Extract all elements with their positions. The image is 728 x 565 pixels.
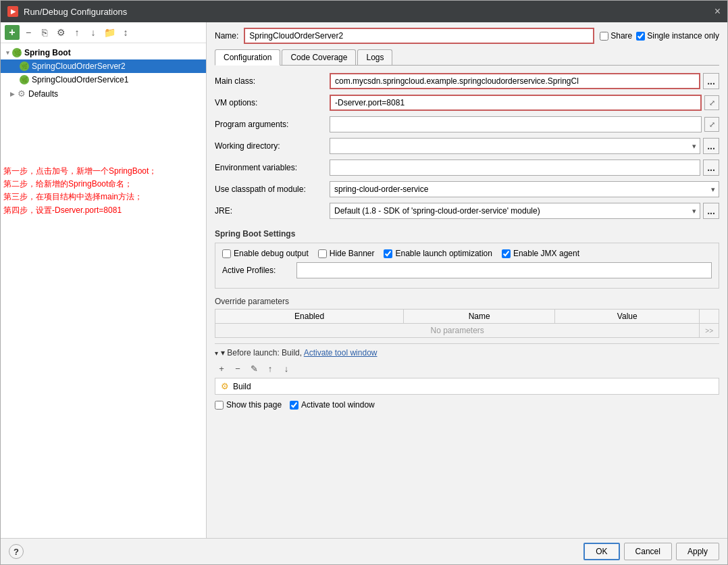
- tree-group-spring-boot[interactable]: ▾ 🌿 Spring Boot: [1, 46, 206, 59]
- annotation-line2: 第二步，给新增的SpringBoot命名；: [3, 178, 157, 191]
- config-label-1: SpringCloudOrderServer2: [32, 62, 126, 71]
- defaults-icon: ⚙: [18, 89, 26, 99]
- share-checkbox[interactable]: [600, 32, 608, 41]
- remove-button[interactable]: −: [21, 25, 36, 40]
- vm-options-expand-button[interactable]: ⤢: [704, 95, 719, 110]
- group-expand-icon: ▾: [6, 49, 9, 56]
- before-launch-edit-button[interactable]: ✎: [247, 362, 261, 375]
- enable-debug-checkbox[interactable]: [222, 249, 231, 258]
- jre-select-container: Default (1.8 - SDK of 'spring-cloud-orde…: [330, 203, 700, 219]
- env-vars-label: Environment variables:: [215, 163, 330, 172]
- share-label: Share: [610, 31, 632, 41]
- help-button[interactable]: ?: [9, 544, 24, 559]
- classpath-select[interactable]: spring-cloud-order-service: [330, 181, 719, 197]
- before-launch-down-button[interactable]: ↓: [280, 362, 293, 375]
- tree-item-order-service1[interactable]: 🌿 SpringCloudOrderService1: [1, 73, 206, 87]
- col-enabled: Enabled: [215, 310, 404, 324]
- folder-button[interactable]: 📁: [102, 25, 117, 40]
- tab-logs[interactable]: Logs: [357, 49, 392, 65]
- hide-banner-label[interactable]: Hide Banner: [318, 249, 375, 258]
- defaults-expand-icon: ▶: [10, 91, 15, 97]
- env-vars-row: Environment variables: ...: [215, 159, 719, 176]
- main-class-label: Main class:: [215, 76, 330, 86]
- tree-item-defaults[interactable]: ▶ ⚙ Defaults: [1, 87, 206, 101]
- move-down-button[interactable]: ↓: [86, 25, 101, 40]
- jre-select[interactable]: Default (1.8 - SDK of 'spring-cloud-orde…: [330, 203, 700, 219]
- show-page-text: Show this page: [226, 400, 282, 410]
- jre-row: JRE: Default (1.8 - SDK of 'spring-cloud…: [215, 202, 719, 220]
- share-checkbox-label[interactable]: Share: [600, 31, 632, 41]
- apply-button[interactable]: Apply: [676, 543, 719, 560]
- program-args-input[interactable]: [330, 116, 702, 132]
- params-table: Enabled Name Value No parameters >>: [215, 309, 719, 338]
- before-launch-label: ▾ Before launch: Build, Activate tool wi…: [221, 348, 377, 358]
- name-input[interactable]: [244, 28, 594, 44]
- activate-window-checkbox[interactable]: [290, 401, 298, 410]
- single-instance-text: Single instance only: [647, 31, 719, 41]
- show-page-checkbox[interactable]: [215, 401, 224, 410]
- tab-configuration[interactable]: Configuration: [215, 49, 280, 66]
- spring-boot-icon: 🌿: [12, 48, 22, 57]
- run-debug-dialog: ▶ Run/Debug Configurations × + − ⎘ ⚙ ↑ ↓…: [0, 0, 728, 565]
- hide-banner-checkbox[interactable]: [318, 249, 327, 258]
- enable-jmx-checkbox[interactable]: [502, 249, 511, 258]
- config-content: Main class: ... VM options: ⤢: [215, 72, 719, 538]
- before-launch-add-button[interactable]: +: [215, 362, 228, 375]
- cancel-button[interactable]: Cancel: [624, 543, 672, 560]
- spring-boot-settings-title: Spring Boot Settings: [215, 229, 719, 239]
- jre-label: JRE:: [215, 206, 330, 216]
- enable-launch-text: Enable launch optimization: [395, 249, 492, 258]
- active-profiles-input[interactable]: [296, 262, 712, 278]
- config-tree: ▾ 🌿 Spring Boot 🌿 SpringCloudOrderServer…: [1, 43, 206, 538]
- expand-icon[interactable]: >>: [700, 324, 719, 338]
- single-instance-checkbox[interactable]: [636, 32, 645, 41]
- enable-debug-label[interactable]: Enable debug output: [222, 249, 309, 258]
- copy-button[interactable]: ⎘: [37, 25, 52, 40]
- show-page-row: Show this page Activate tool window: [215, 400, 719, 410]
- annotation-line1: 第一步，点击加号，新增一个SpringBoot；: [3, 165, 157, 178]
- spring-boot-label: Spring Boot: [24, 48, 71, 57]
- override-params-title: Override parameters: [215, 297, 719, 306]
- env-vars-input[interactable]: [330, 159, 700, 176]
- single-instance-label[interactable]: Single instance only: [636, 31, 719, 41]
- ok-button[interactable]: OK: [583, 543, 619, 560]
- move-up-button[interactable]: ↑: [70, 25, 84, 40]
- title-bar: ▶ Run/Debug Configurations ×: [1, 1, 727, 22]
- active-profiles-label: Active Profiles:: [222, 266, 296, 275]
- show-page-checkbox-label[interactable]: Show this page: [215, 400, 282, 410]
- before-launch-remove-button[interactable]: −: [231, 362, 244, 375]
- settings-button[interactable]: ⚙: [53, 25, 68, 40]
- vm-options-label: VM options:: [215, 98, 330, 107]
- no-params-row: No parameters >>: [215, 324, 719, 338]
- left-panel: + − ⎘ ⚙ ↑ ↓ 📁 ↕ ▾ 🌿 Spring Boot 🌿 Spring: [1, 22, 207, 538]
- annotation-line4: 第四步，设置-Dserver.port=8081: [3, 204, 157, 217]
- tab-code-coverage[interactable]: Code Coverage: [282, 49, 356, 65]
- main-class-browse-button[interactable]: ...: [703, 73, 719, 89]
- before-launch-up-button[interactable]: ↑: [263, 362, 277, 375]
- working-dir-container: [330, 138, 700, 154]
- close-button[interactable]: ×: [714, 5, 721, 18]
- enable-jmx-label[interactable]: Enable JMX agent: [502, 249, 579, 258]
- jre-browse-button[interactable]: ...: [703, 203, 719, 219]
- add-button[interactable]: +: [5, 25, 20, 40]
- working-dir-browse-button[interactable]: ...: [703, 138, 719, 154]
- working-dir-select[interactable]: [330, 138, 700, 154]
- vm-options-input[interactable]: [330, 95, 702, 111]
- enable-launch-checkbox[interactable]: [384, 249, 392, 258]
- activate-tool-window-link[interactable]: Activate tool window: [304, 348, 378, 358]
- main-class-input[interactable]: [330, 73, 700, 89]
- config-label-2: SpringCloudOrderService1: [32, 75, 128, 84]
- before-launch-chevron-icon: ▾: [215, 349, 218, 357]
- main-class-row: Main class: ...: [215, 72, 719, 90]
- activate-window-checkbox-label[interactable]: Activate tool window: [290, 400, 375, 410]
- program-args-expand-button[interactable]: ⤢: [704, 117, 719, 132]
- no-params-text: No parameters: [215, 324, 700, 338]
- tabs-bar: Configuration Code Coverage Logs: [215, 49, 719, 66]
- sort-button[interactable]: ↕: [118, 25, 133, 40]
- enable-launch-label[interactable]: Enable launch optimization: [384, 249, 492, 258]
- right-panel: Name: Share Single instance only Configu…: [207, 22, 727, 538]
- enable-jmx-text: Enable JMX agent: [513, 249, 579, 258]
- hide-banner-text: Hide Banner: [330, 249, 375, 258]
- tree-item-order-server2[interactable]: 🌿 SpringCloudOrderServer2: [1, 59, 206, 73]
- env-vars-browse-button[interactable]: ...: [703, 159, 719, 176]
